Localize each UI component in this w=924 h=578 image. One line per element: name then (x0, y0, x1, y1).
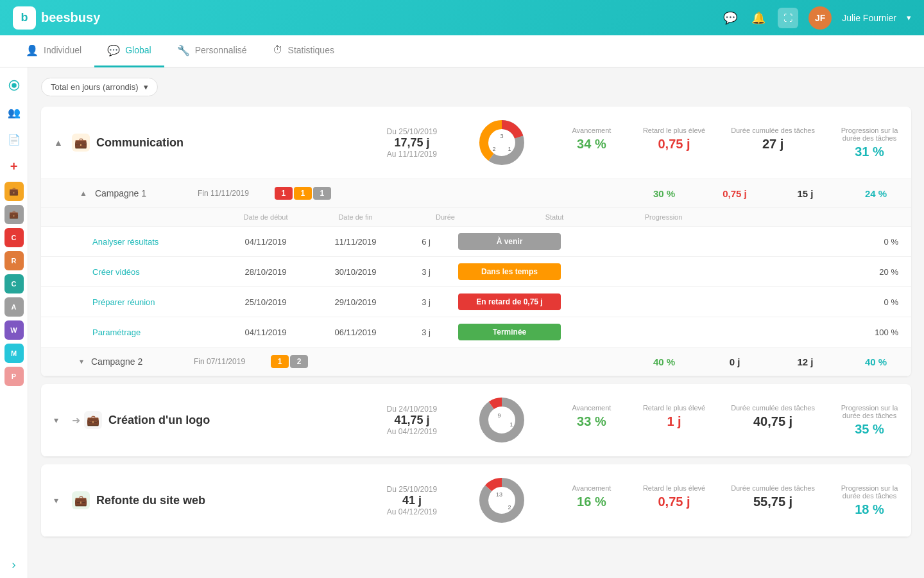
task-creer: Créer vidéos 28/10/2019 30/10/2019 3 j D… (41, 257, 911, 287)
sidebar-project-teal[interactable]: M (4, 344, 24, 363)
filter-dropdown[interactable]: Total en jours (arrondis) ▾ (41, 78, 158, 96)
layout: 👥 📄 + 💼 💼 C R C A W M P › Total en jours… (0, 67, 924, 578)
tab-statistiques[interactable]: ⏱ Statistiques (260, 35, 347, 67)
communication-date-to: Au 11/11/2019 (373, 150, 450, 159)
campagne1-chevron[interactable]: ▲ (80, 189, 87, 198)
task-preparer-debut: 25/10/2019 (221, 297, 311, 307)
logo-donut: 9 1 (470, 394, 534, 446)
project-refonte: ▾ 💼 Refonte du site web Du 25/10/2019 41… (41, 464, 911, 537)
task-preparer-duree: 3 j (400, 297, 452, 307)
app-name: beesbusy (41, 10, 100, 25)
refonte-name: Refonte du site web (96, 494, 225, 507)
badge-orange: 1 (294, 187, 312, 200)
sidebar-project-red2[interactable]: R (4, 251, 24, 270)
communication-donut: 3 2 1 (470, 117, 534, 168)
refonte-donut: 13 2 (470, 475, 534, 526)
logo-icon: b (13, 6, 36, 30)
campagne2-badges: 1 2 (271, 355, 348, 368)
sidebar-project-yellow[interactable]: 💼 (4, 182, 24, 201)
refonte-duration: 41 j (373, 494, 450, 507)
tab-global[interactable]: 💬 Global (94, 35, 164, 67)
task-preparer-name[interactable]: Préparer réunion (92, 297, 221, 307)
refonte-chevron[interactable]: ▾ (54, 495, 64, 505)
task-parametrage-name[interactable]: Paramétrage (92, 328, 221, 337)
c2-avancement: 40 % (642, 356, 687, 367)
task-creer-duree: 3 j (400, 267, 452, 277)
c1-duree: 15 j (783, 188, 828, 199)
logo-date-to: Au 04/12/2019 (373, 427, 450, 436)
filter-label: Total en jours (arrondis) (51, 82, 139, 92)
badge-red: 1 (275, 187, 293, 200)
task-creer-debut: 28/10/2019 (221, 267, 311, 277)
task-analyser-fin: 11/11/2019 (311, 237, 400, 247)
individuel-icon: 👤 (26, 44, 38, 57)
sidebar-project-green[interactable]: C (4, 274, 24, 293)
fullscreen-icon[interactable]: ⛶ (778, 8, 798, 28)
statistiques-icon: ⏱ (273, 44, 283, 56)
task-analyser-progress: 0 % (847, 237, 898, 247)
project-communication: ▲ 💼 Communication Du 25/10/2019 17,75 j … (41, 107, 911, 376)
task-parametrage-progress: 100 % (847, 328, 898, 337)
message-icon[interactable]: 💬 (721, 9, 739, 27)
svg-text:3: 3 (500, 133, 503, 139)
topbar-right: 💬 🔔 ⛶ JF Julie Fournier ▾ (721, 6, 911, 30)
communication-dates: Du 25/10/2019 17,75 j Au 11/11/2019 (373, 127, 450, 159)
sidebar-project-purple[interactable]: W (4, 320, 24, 340)
task-creer-name[interactable]: Créer vidéos (92, 267, 221, 277)
refonte-date-to: Au 04/12/2019 (373, 507, 450, 516)
svg-text:2: 2 (508, 504, 511, 511)
sidebar-item-current[interactable] (3, 74, 26, 97)
topbar: b beesbusy 💬 🔔 ⛶ JF Julie Fournier ▾ (0, 0, 924, 35)
c2-badge-orange: 1 (271, 355, 289, 368)
task-analyser-name[interactable]: Analyser résultats (92, 237, 221, 247)
task-headers: Date de début Date de fin Durée Statut P… (41, 208, 911, 227)
global-icon: 💬 (107, 44, 120, 57)
user-name: Julie Fournier (842, 13, 896, 23)
sidebar-more[interactable]: › (12, 558, 16, 578)
campagne2-stats: 40 % 0 j 12 j 40 % (642, 356, 898, 367)
sidebar-project-pink[interactable]: P (4, 367, 24, 386)
sidebar-project-gray[interactable]: 💼 (4, 205, 24, 224)
logo-stat-progression: Progression sur la durée des tâches 35 % (841, 404, 898, 437)
refonte-dates: Du 25/10/2019 41 j Au 04/12/2019 (373, 485, 450, 516)
th-statut: Statut (490, 213, 619, 221)
badge-gray: 1 (313, 187, 331, 200)
c2-retard: 0 j (712, 356, 757, 367)
tab-individuel[interactable]: 👤 Individuel (13, 35, 94, 67)
logo-stat-avancement: Avancement 33 % (566, 404, 617, 437)
communication-chevron[interactable]: ▲ (54, 137, 64, 148)
refonte-stat-retard: Retard le plus élevé 0,75 j (643, 484, 705, 517)
project-logo-header: ▾ ➜ 💼 Création d'un logo Du 24/10/2019 4… (41, 384, 911, 457)
communication-icon: 💼 (72, 134, 90, 152)
refonte-icon: 💼 (72, 491, 90, 509)
communication-duration: 17,75 j (373, 136, 450, 150)
stat-retard: Retard le plus élevé 0,75 j (643, 127, 705, 159)
c2-duree: 12 j (783, 356, 828, 367)
logo-chevron[interactable]: ▾ (54, 415, 64, 425)
svg-text:2: 2 (492, 146, 495, 152)
project-creation-logo: ▾ ➜ 💼 Création d'un logo Du 24/10/2019 4… (41, 384, 911, 457)
tab-personnalise[interactable]: 🔧 Personnalisé (164, 35, 260, 67)
sidebar-project-blue[interactable]: A (4, 297, 24, 317)
sidebar-item-add[interactable]: + (3, 155, 26, 178)
sidebar-item-users[interactable]: 👥 (3, 101, 26, 124)
svg-text:1: 1 (508, 146, 511, 152)
user-dropdown-icon[interactable]: ▾ (907, 13, 911, 22)
communication-stats: Avancement 34 % Retard le plus élevé 0,7… (566, 127, 898, 159)
communication-date-from: Du 25/10/2019 (373, 127, 450, 136)
campagne2-chevron[interactable]: ▾ (80, 357, 83, 366)
avatar[interactable]: JF (809, 6, 832, 30)
tab-global-label: Global (125, 45, 151, 55)
main-content: Total en jours (arrondis) ▾ ▲ 💼 Communic… (28, 67, 924, 578)
sidebar-project-red[interactable]: C (4, 228, 24, 247)
th-progression: Progression (619, 213, 708, 221)
project-refonte-header: ▾ 💼 Refonte du site web Du 25/10/2019 41… (41, 464, 911, 537)
tab-personnalise-label: Personnalisé (195, 45, 247, 55)
refonte-date-from: Du 25/10/2019 (373, 485, 450, 494)
svg-text:1: 1 (509, 421, 513, 428)
campagne1-name: Campagne 1 (95, 188, 198, 198)
bell-icon[interactable]: 🔔 (749, 9, 767, 27)
logo-duration: 41,75 j (373, 414, 450, 427)
task-parametrage-fin: 06/11/2019 (311, 328, 400, 337)
sidebar-item-docs[interactable]: 📄 (3, 128, 26, 151)
